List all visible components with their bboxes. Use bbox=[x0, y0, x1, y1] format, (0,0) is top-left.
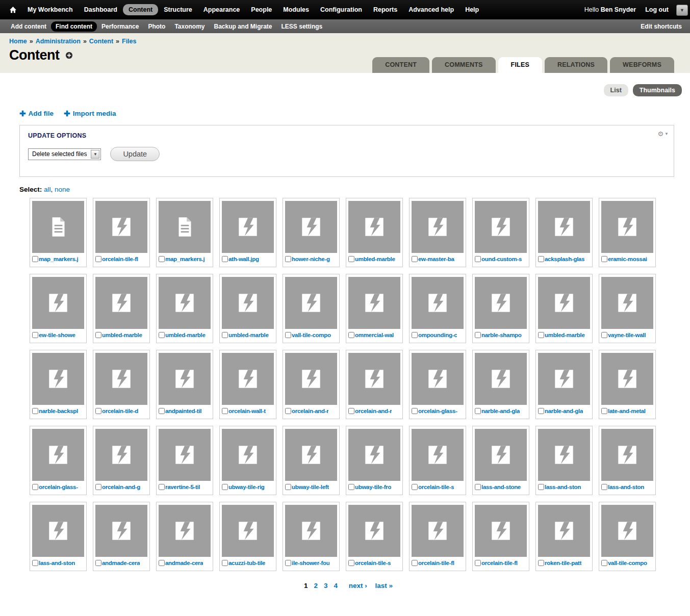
tab[interactable]: COMMENTS bbox=[432, 57, 496, 73]
file-name-link[interactable]: ravertine-5-til bbox=[165, 484, 200, 490]
file-thumbnail[interactable] bbox=[32, 505, 84, 557]
shortcut-menu-item[interactable]: Find content bbox=[51, 21, 97, 32]
home-button[interactable] bbox=[4, 4, 22, 16]
file-thumbnail[interactable] bbox=[601, 429, 653, 481]
file-name-link[interactable]: narble-backspl bbox=[39, 408, 78, 414]
file-checkbox[interactable] bbox=[32, 484, 38, 490]
file-name-link[interactable]: ile-shower-fou bbox=[292, 560, 329, 566]
file-thumbnail[interactable] bbox=[475, 429, 527, 481]
file-checkbox[interactable] bbox=[285, 408, 291, 414]
file-thumbnail[interactable] bbox=[95, 429, 147, 481]
contextual-links-button[interactable] bbox=[65, 52, 73, 59]
file-thumbnail[interactable] bbox=[95, 505, 147, 557]
file-name-link[interactable]: lass-and-ston bbox=[545, 484, 581, 490]
file-name-link[interactable]: map_markers.j bbox=[39, 256, 78, 262]
file-checkbox[interactable] bbox=[285, 332, 291, 338]
file-name-link[interactable]: vall-tile-compo bbox=[292, 332, 331, 338]
file-thumbnail[interactable] bbox=[222, 505, 274, 557]
file-name-link[interactable]: ubway-tile-rig bbox=[228, 484, 265, 490]
file-checkbox[interactable] bbox=[475, 484, 481, 490]
logout-link[interactable]: Log out bbox=[645, 6, 669, 13]
add-file-link[interactable]: ✚ Add file bbox=[19, 110, 54, 117]
pagination-last-link[interactable]: last » bbox=[375, 582, 393, 589]
file-thumbnail[interactable] bbox=[412, 277, 464, 329]
toolbar-menu-item[interactable]: My Workbench bbox=[22, 4, 79, 15]
file-thumbnail[interactable] bbox=[348, 201, 400, 253]
file-checkbox[interactable] bbox=[412, 408, 418, 414]
file-name-link[interactable]: orcelain-tile-s bbox=[418, 484, 454, 490]
file-name-link[interactable]: umbled-marble bbox=[545, 332, 585, 338]
file-thumbnail[interactable] bbox=[285, 277, 337, 329]
file-thumbnail[interactable] bbox=[348, 277, 400, 329]
file-name-link[interactable]: lass-and-ston bbox=[608, 484, 644, 490]
file-name-link[interactable]: ubway-tile-left bbox=[292, 484, 329, 490]
file-name-link[interactable]: acuzzi-tub-tile bbox=[228, 560, 265, 566]
toolbar-menu-item[interactable]: Appearance bbox=[198, 4, 246, 15]
file-name-link[interactable]: narble-and-gla bbox=[481, 408, 520, 414]
file-name-link[interactable]: lass-and-stone bbox=[481, 484, 521, 490]
file-name-link[interactable]: ubway-tile-fro bbox=[355, 484, 391, 490]
file-thumbnail[interactable] bbox=[601, 505, 653, 557]
file-checkbox[interactable] bbox=[348, 484, 354, 490]
file-thumbnail[interactable] bbox=[348, 353, 400, 405]
file-name-link[interactable]: orcelain-tile-fl bbox=[481, 560, 518, 566]
file-name-link[interactable]: andmade-cera bbox=[165, 560, 203, 566]
breadcrumb-link[interactable]: Administration bbox=[36, 38, 81, 45]
file-checkbox[interactable] bbox=[601, 484, 607, 490]
file-checkbox[interactable] bbox=[95, 560, 101, 566]
breadcrumb-link[interactable]: Home bbox=[9, 38, 27, 45]
toolbar-menu-item[interactable]: Dashboard bbox=[79, 4, 123, 15]
file-thumbnail[interactable] bbox=[159, 353, 211, 405]
list-view-button[interactable]: List bbox=[604, 84, 628, 96]
pagination-page-link[interactable]: 4 bbox=[334, 582, 338, 589]
update-button[interactable]: Update bbox=[110, 147, 160, 161]
file-name-link[interactable]: umbled-marble bbox=[165, 332, 206, 338]
file-thumbnail[interactable] bbox=[412, 505, 464, 557]
tab[interactable]: WEBFORMS bbox=[610, 57, 674, 73]
file-name-link[interactable]: orcelain-tile-d bbox=[102, 408, 138, 414]
file-thumbnail[interactable] bbox=[475, 505, 527, 557]
toolbar-menu-item[interactable]: Advanced help bbox=[403, 4, 459, 15]
file-thumbnail[interactable] bbox=[285, 505, 337, 557]
file-name-link[interactable]: orcelain-and-r bbox=[355, 408, 392, 414]
file-checkbox[interactable] bbox=[475, 256, 481, 262]
file-name-link[interactable]: eramic-mossai bbox=[608, 256, 647, 262]
file-checkbox[interactable] bbox=[538, 256, 544, 262]
file-thumbnail[interactable] bbox=[475, 353, 527, 405]
file-thumbnail[interactable] bbox=[538, 201, 590, 253]
select-all-link[interactable]: all bbox=[44, 186, 51, 193]
breadcrumb-link[interactable]: Files bbox=[122, 38, 137, 45]
file-name-link[interactable]: ew-tile-showe bbox=[39, 332, 75, 338]
file-thumbnail[interactable] bbox=[475, 277, 527, 329]
file-checkbox[interactable] bbox=[32, 332, 38, 338]
file-thumbnail[interactable] bbox=[159, 201, 211, 253]
file-checkbox[interactable] bbox=[222, 332, 228, 338]
file-checkbox[interactable] bbox=[475, 408, 481, 414]
file-thumbnail[interactable] bbox=[159, 277, 211, 329]
file-checkbox[interactable] bbox=[412, 560, 418, 566]
file-checkbox[interactable] bbox=[601, 560, 607, 566]
file-checkbox[interactable] bbox=[412, 484, 418, 490]
file-name-link[interactable]: narble-shampo bbox=[481, 332, 522, 338]
file-checkbox[interactable] bbox=[159, 256, 165, 262]
file-checkbox[interactable] bbox=[538, 560, 544, 566]
tab[interactable]: RELATIONS bbox=[545, 57, 607, 73]
file-checkbox[interactable] bbox=[348, 332, 354, 338]
file-name-link[interactable]: ath-wall.jpg bbox=[228, 256, 259, 262]
shortcut-menu-item[interactable]: Add content bbox=[6, 21, 51, 32]
file-checkbox[interactable] bbox=[538, 332, 544, 338]
file-name-link[interactable]: map_markers.j bbox=[165, 256, 205, 262]
file-thumbnail[interactable] bbox=[222, 277, 274, 329]
file-thumbnail[interactable] bbox=[222, 201, 274, 253]
file-checkbox[interactable] bbox=[601, 332, 607, 338]
file-thumbnail[interactable] bbox=[285, 429, 337, 481]
file-thumbnail[interactable] bbox=[159, 429, 211, 481]
file-thumbnail[interactable] bbox=[348, 429, 400, 481]
file-name-link[interactable]: vall-tile-compo bbox=[608, 560, 647, 566]
import-media-link[interactable]: ✚ Import media bbox=[64, 110, 116, 117]
file-checkbox[interactable] bbox=[412, 332, 418, 338]
tab[interactable]: CONTENT bbox=[372, 57, 429, 73]
select-none-link[interactable]: none bbox=[55, 186, 70, 193]
file-thumbnail[interactable] bbox=[538, 429, 590, 481]
file-thumbnail[interactable] bbox=[95, 277, 147, 329]
